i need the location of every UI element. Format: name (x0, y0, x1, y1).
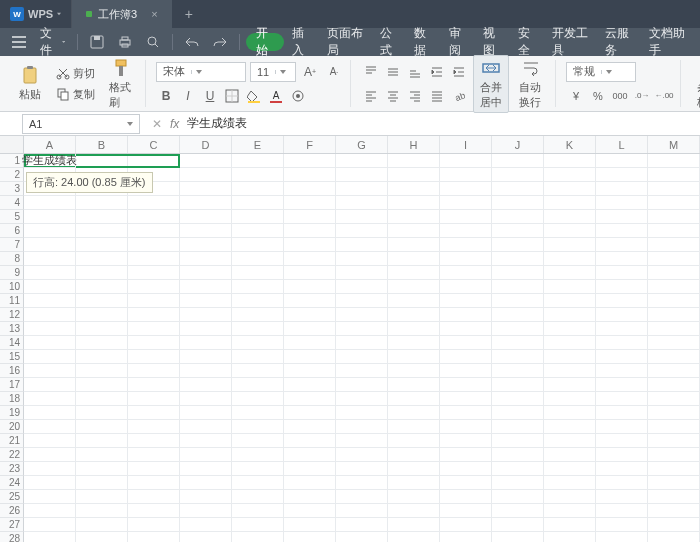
cell[interactable] (76, 504, 128, 518)
cell[interactable] (180, 266, 232, 280)
cell[interactable] (544, 224, 596, 238)
cell[interactable] (544, 518, 596, 532)
cell[interactable] (440, 308, 492, 322)
cell[interactable] (596, 322, 648, 336)
cell[interactable] (232, 238, 284, 252)
cell[interactable] (336, 182, 388, 196)
orientation-icon[interactable]: ab (449, 86, 469, 106)
cell[interactable] (232, 392, 284, 406)
cell[interactable] (180, 420, 232, 434)
cell[interactable] (492, 476, 544, 490)
formula-input[interactable] (187, 117, 692, 131)
app-badge[interactable]: W WPS (0, 0, 72, 28)
cell[interactable] (440, 210, 492, 224)
cell[interactable] (440, 490, 492, 504)
cell[interactable] (284, 490, 336, 504)
cell[interactable] (336, 462, 388, 476)
cell[interactable] (76, 294, 128, 308)
currency-icon[interactable]: ¥ (566, 86, 586, 106)
cell[interactable] (336, 252, 388, 266)
cell[interactable] (440, 252, 492, 266)
cell[interactable] (544, 294, 596, 308)
cell[interactable] (24, 392, 76, 406)
cell[interactable] (336, 476, 388, 490)
cell[interactable] (128, 476, 180, 490)
cell[interactable] (388, 238, 440, 252)
cell[interactable] (336, 154, 388, 168)
cell[interactable] (596, 196, 648, 210)
copy-button[interactable]: 复制 (52, 85, 99, 104)
column-header[interactable]: A (24, 136, 76, 153)
row-header[interactable]: 16 (0, 364, 24, 378)
cell[interactable] (440, 196, 492, 210)
cell[interactable] (284, 420, 336, 434)
cell[interactable] (544, 238, 596, 252)
cell[interactable] (596, 224, 648, 238)
cell[interactable] (284, 210, 336, 224)
column-header[interactable]: L (596, 136, 648, 153)
cell[interactable] (388, 518, 440, 532)
cell[interactable] (596, 168, 648, 182)
cell[interactable] (388, 392, 440, 406)
cell[interactable] (180, 168, 232, 182)
cell[interactable] (492, 336, 544, 350)
ribbon-tab-1[interactable]: 插入 (284, 28, 318, 56)
cell[interactable] (232, 154, 284, 168)
cell[interactable] (24, 420, 76, 434)
hamburger-menu[interactable] (6, 28, 32, 56)
increase-decimal-icon[interactable]: ←.00 (654, 86, 674, 106)
cell[interactable] (76, 420, 128, 434)
cell[interactable] (24, 364, 76, 378)
cell[interactable] (336, 336, 388, 350)
cell[interactable] (76, 280, 128, 294)
cell[interactable] (128, 294, 180, 308)
cell[interactable] (180, 224, 232, 238)
cell[interactable] (336, 504, 388, 518)
cell[interactable] (24, 224, 76, 238)
cell[interactable] (492, 490, 544, 504)
cell[interactable] (180, 350, 232, 364)
cell[interactable] (24, 532, 76, 542)
cell[interactable] (76, 434, 128, 448)
cell[interactable] (284, 182, 336, 196)
cell[interactable] (336, 266, 388, 280)
cell[interactable] (440, 504, 492, 518)
cell[interactable] (544, 266, 596, 280)
cell[interactable] (596, 518, 648, 532)
cell[interactable] (492, 182, 544, 196)
cell[interactable] (648, 294, 700, 308)
cell[interactable] (180, 476, 232, 490)
cell[interactable] (232, 252, 284, 266)
cell[interactable] (128, 434, 180, 448)
cell[interactable] (648, 308, 700, 322)
cell[interactable] (544, 308, 596, 322)
cell[interactable] (180, 294, 232, 308)
cell[interactable] (232, 504, 284, 518)
cell[interactable] (544, 448, 596, 462)
cell[interactable] (440, 294, 492, 308)
row-header[interactable]: 22 (0, 448, 24, 462)
cell[interactable] (596, 266, 648, 280)
file-menu[interactable]: 文件 (34, 28, 71, 56)
cell[interactable] (180, 238, 232, 252)
cell[interactable] (24, 462, 76, 476)
cell[interactable] (180, 182, 232, 196)
row-header[interactable]: 14 (0, 336, 24, 350)
cell[interactable] (336, 490, 388, 504)
cell[interactable] (180, 378, 232, 392)
cell[interactable] (232, 308, 284, 322)
indent-decrease-icon[interactable] (427, 62, 447, 82)
row-header[interactable]: 27 (0, 518, 24, 532)
cell[interactable] (76, 350, 128, 364)
row-header[interactable]: 8 (0, 252, 24, 266)
cell[interactable] (24, 518, 76, 532)
cell[interactable] (128, 392, 180, 406)
font-size-combo[interactable]: 11 (250, 62, 296, 82)
cell[interactable] (492, 308, 544, 322)
cell[interactable] (544, 252, 596, 266)
cell[interactable] (284, 266, 336, 280)
cell[interactable] (596, 238, 648, 252)
cell[interactable] (232, 532, 284, 542)
cell[interactable] (24, 266, 76, 280)
cell[interactable] (388, 266, 440, 280)
